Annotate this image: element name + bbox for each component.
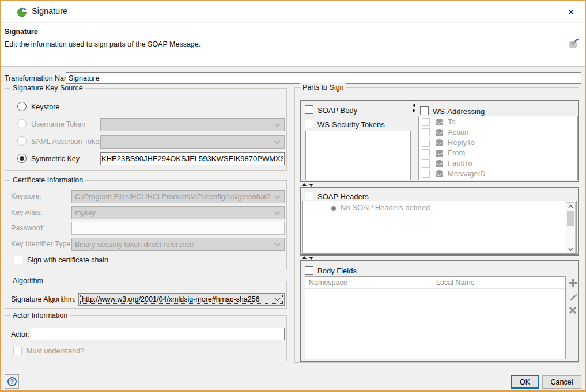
- envelope-icon: [435, 139, 444, 147]
- add-row-icon[interactable]: [568, 279, 577, 288]
- delete-row-icon[interactable]: [569, 306, 577, 314]
- soap-headers-empty-label: No SOAP Headers defined: [341, 203, 430, 212]
- keystore-radio[interactable]: [17, 102, 27, 111]
- soap-body-label: SOAP Body: [317, 106, 357, 115]
- vertical-scrollbar[interactable]: [566, 202, 576, 254]
- soap-headers-checkbox[interactable]: [305, 192, 313, 200]
- sign-with-certificate-chain-checkbox[interactable]: [14, 256, 22, 264]
- transformation-name-input[interactable]: [66, 72, 581, 84]
- body-fields-checkbox[interactable]: [305, 266, 313, 275]
- help-button[interactable]: ?: [5, 374, 19, 389]
- symmetric-key-radio[interactable]: [17, 154, 27, 163]
- column-header-local-name: Local Name: [436, 279, 475, 287]
- actor-information-group: Actor Information Actor: Must understand…: [5, 315, 287, 361]
- node-bullet-icon: [331, 205, 337, 211]
- body-fields-table[interactable]: Namespace Local Name: [305, 276, 566, 359]
- symmetric-key-input[interactable]: [100, 152, 285, 165]
- vertical-splitter[interactable]: [412, 101, 416, 181]
- username-token-label: Username Token: [31, 120, 85, 128]
- splitter-collapse-up-icon[interactable]: [302, 183, 307, 186]
- symmetric-key-label: Symmetric Key: [31, 155, 80, 163]
- soap-headers-label: SOAP Headers: [317, 192, 369, 201]
- ws-item-label: Action: [448, 128, 468, 136]
- group-title: Certificate Information: [10, 176, 85, 184]
- body-fields-label: Body Fields: [317, 267, 357, 275]
- password-label: Password:: [11, 224, 44, 232]
- scroll-down-icon[interactable]: [568, 248, 573, 251]
- column-header-namespace: Namespace: [309, 279, 347, 287]
- splitter-collapse-down-icon[interactable]: [309, 257, 313, 260]
- body-fields-pane: Body Fields Namespace Local Name: [300, 260, 579, 362]
- soap-body-checkbox[interactable]: [305, 105, 313, 114]
- envelope-icon: [435, 149, 444, 157]
- envelope-icon: [435, 170, 444, 178]
- saml-token-label: SAML Assertion Token: [31, 138, 103, 146]
- ws-item-checkbox: [422, 149, 430, 157]
- signature-key-source-group: Signature Key Source Keystore Username T…: [5, 88, 287, 171]
- signature-algorithm-combo[interactable]: http://www.w3.org/2001/04/xmldsig-more#h…: [78, 293, 285, 306]
- ws-addressing-list[interactable]: To Action ReplyTo From FaultTo MessageID: [418, 116, 578, 180]
- ws-item-label: ReplyTo: [448, 138, 475, 147]
- horizontal-splitter-1[interactable]: [300, 182, 579, 187]
- algorithm-group: Algorithm Signature Algorithm: http://ww…: [5, 281, 287, 309]
- saml-token-radio: [17, 136, 27, 146]
- titlebar: Signature ✕: [1, 1, 585, 22]
- group-title: Actor Information: [10, 311, 70, 319]
- cancel-button[interactable]: Cancel: [542, 375, 581, 389]
- edit-row-icon[interactable]: [569, 292, 577, 301]
- ok-button[interactable]: OK: [511, 375, 539, 389]
- ws-addressing-checkbox[interactable]: [420, 106, 429, 115]
- must-understand-label: Must understand?: [27, 347, 84, 355]
- password-input: [71, 222, 285, 235]
- saml-token-combo: [100, 135, 285, 149]
- sign-with-certificate-chain-label: Sign with certificate chain: [27, 256, 108, 264]
- ws-security-tokens-checkbox[interactable]: [305, 120, 313, 128]
- ws-item-label: FaultTo: [448, 159, 472, 168]
- ws-item-label: To: [448, 117, 456, 126]
- dialog-header: Signature Edit the information used to s…: [1, 23, 585, 67]
- chevron-down-icon: [274, 298, 281, 302]
- splitter-collapse-left-icon[interactable]: [413, 103, 415, 108]
- cert-keystore-label: Keystore:: [11, 192, 41, 200]
- splitter-collapse-right-icon[interactable]: [413, 108, 415, 113]
- signature-dialog: Signature ✕ Signature Edit the informati…: [0, 0, 586, 392]
- splitter-collapse-up-icon[interactable]: [302, 256, 307, 259]
- actor-input[interactable]: [31, 328, 285, 340]
- actor-label: Actor:: [11, 330, 30, 338]
- ws-item-checkbox: [422, 128, 430, 136]
- table-header-row: Namespace Local Name: [305, 277, 565, 289]
- scroll-up-icon[interactable]: [568, 205, 573, 208]
- soap-headers-pane: SOAP Headers No SOAP Headers defined: [300, 187, 579, 256]
- key-alias-label: Key Alias:: [11, 208, 43, 216]
- ws-security-tokens-label: WS-Security Tokens: [317, 120, 385, 129]
- ws-item-checkbox: [422, 170, 430, 178]
- key-identifier-type-combo: Binary security token direct reference: [71, 238, 285, 251]
- help-icon: ?: [10, 378, 14, 385]
- ws-item-checkbox: [422, 139, 430, 147]
- certificate-information-group: Certificate Information Keystore: C:/Pro…: [5, 180, 287, 269]
- cancel-button-label: Cancel: [551, 378, 573, 386]
- ws-item-label: MessageID: [448, 169, 486, 178]
- keystore-radio-label: Keystore: [31, 103, 59, 111]
- ws-addressing-label: WS-Addressing: [433, 107, 485, 116]
- chevron-down-icon: [274, 123, 281, 127]
- tree-branch-line: [305, 208, 315, 208]
- envelope-icon: [435, 159, 444, 168]
- ok-button-label: OK: [520, 378, 530, 386]
- signature-algorithm-label: Signature Algorithm:: [11, 295, 76, 303]
- username-token-radio: [17, 119, 27, 128]
- envelope-icon: [435, 118, 444, 126]
- ws-item-checkbox: [422, 159, 430, 168]
- chevron-down-icon: [274, 140, 281, 144]
- ws-security-tokens-list[interactable]: [305, 131, 411, 180]
- header-description: Edit the information used to sign parts …: [5, 40, 201, 48]
- close-icon[interactable]: ✕: [564, 5, 578, 19]
- window-title: Signature: [32, 6, 67, 16]
- horizontal-splitter-2[interactable]: [300, 256, 579, 260]
- scrollbar-thumb[interactable]: [567, 211, 574, 226]
- soap-headers-tree[interactable]: No SOAP Headers defined: [302, 201, 577, 254]
- envelope-icon: [435, 128, 444, 136]
- splitter-collapse-down-icon[interactable]: [309, 184, 313, 187]
- parts-top-pane: SOAP Body WS-Security Tokens WS-Addressi…: [300, 100, 579, 182]
- must-understand-checkbox: [13, 347, 22, 355]
